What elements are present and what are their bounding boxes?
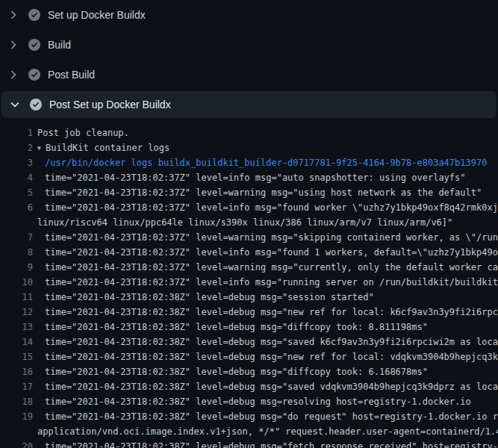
log-group-header[interactable]: ▼BuildKit container logs [37, 140, 498, 155]
log-line: 3 /usr/bin/docker logs buildx_buildkit_b… [0, 155, 498, 170]
log-line: 10 time="2021-04-23T18:02:37Z" level=inf… [0, 275, 498, 290]
log-line: 5 time="2021-04-23T18:02:37Z" level=warn… [0, 185, 498, 200]
line-number[interactable]: 8 [0, 245, 33, 260]
line-number[interactable]: 1 [0, 125, 33, 140]
check-circle-icon [28, 39, 40, 51]
log-text: time="2021-04-23T18:02:38Z" level=debug … [45, 320, 498, 335]
log-line: 2 ▼BuildKit container logs [0, 140, 498, 155]
collapse-triangle-icon: ▼ [37, 141, 46, 155]
log-text: time="2021-04-23T18:02:38Z" level=debug … [45, 394, 498, 409]
log-line: 19 time="2021-04-23T18:02:38Z" level=deb… [0, 409, 498, 424]
line-number[interactable]: 3 [0, 155, 33, 170]
line-number[interactable]: 20 [0, 439, 33, 448]
line-number[interactable]: 4 [0, 170, 33, 185]
log-text: time="2021-04-23T18:02:38Z" level=debug … [45, 349, 498, 364]
line-number[interactable]: 17 [0, 379, 33, 394]
line-number[interactable]: 6 [0, 200, 33, 215]
log-line-wrap: linux/riscv64 linux/ppc64le linux/s390x … [0, 215, 498, 230]
log-text: time="2021-04-23T18:02:37Z" level=info m… [45, 275, 498, 290]
log-line: 13 time="2021-04-23T18:02:38Z" level=deb… [0, 320, 498, 335]
log-text: time="2021-04-23T18:02:38Z" level=debug … [45, 305, 498, 320]
line-number[interactable]: 12 [0, 305, 33, 320]
step-label: Post Build [48, 69, 95, 81]
line-number[interactable]: 2 [0, 140, 33, 155]
line-number[interactable]: 14 [0, 335, 33, 349]
log-line: 11 time="2021-04-23T18:02:38Z" level=deb… [0, 290, 498, 305]
log-text: time="2021-04-23T18:02:38Z" level=debug … [45, 364, 498, 379]
line-number[interactable]: 9 [0, 260, 33, 275]
log-text: time="2021-04-23T18:02:37Z" level=info m… [45, 245, 498, 260]
log-text: linux/riscv64 linux/ppc64le linux/s390x … [37, 215, 498, 230]
log-line: 17 time="2021-04-23T18:02:38Z" level=deb… [0, 379, 498, 394]
check-circle-icon [28, 9, 40, 21]
log-line: 12 time="2021-04-23T18:02:38Z" level=deb… [0, 305, 498, 320]
line-number[interactable]: 18 [0, 394, 33, 409]
log-line: 14 time="2021-04-23T18:02:38Z" level=deb… [0, 335, 498, 349]
step-row-setup-docker-buildx[interactable]: Set up Docker Buildx [0, 0, 498, 30]
log-text: application/vnd.oci.image.index.v1+json,… [37, 424, 498, 439]
log-line: 7 time="2021-04-23T18:02:37Z" level=warn… [0, 230, 498, 245]
check-circle-icon [28, 69, 40, 81]
log-line: 8 time="2021-04-23T18:02:37Z" level=info… [0, 245, 498, 260]
step-row-post-setup-docker-buildx[interactable]: Post Set up Docker Buildx [1, 91, 497, 118]
line-number[interactable]: 13 [0, 320, 33, 335]
line-number[interactable]: 16 [0, 364, 33, 379]
log-text: time="2021-04-23T18:02:38Z" level=debug … [45, 290, 498, 305]
chevron-right-icon [7, 69, 19, 81]
line-number[interactable]: 5 [0, 185, 33, 200]
step-label: Build [48, 39, 71, 51]
log-line: 9 time="2021-04-23T18:02:37Z" level=warn… [0, 260, 498, 275]
log-line: 1 Post job cleanup. [0, 125, 498, 140]
log-line: 15 time="2021-04-23T18:02:38Z" level=deb… [0, 349, 498, 364]
line-number[interactable]: 7 [0, 230, 33, 245]
chevron-right-icon [7, 9, 19, 21]
line-number [0, 215, 33, 230]
log-text: time="2021-04-23T18:02:38Z" level=debug … [45, 439, 498, 448]
line-number[interactable]: 10 [0, 275, 33, 290]
log-text: time="2021-04-23T18:02:37Z" level=warnin… [45, 185, 498, 200]
line-number[interactable]: 15 [0, 349, 33, 364]
log-text: time="2021-04-23T18:02:37Z" level=info m… [45, 170, 498, 185]
log-line: 6 time="2021-04-23T18:02:37Z" level=info… [0, 200, 498, 215]
log-text: time="2021-04-23T18:02:37Z" level=info m… [45, 200, 498, 215]
log-line: 20 time="2021-04-23T18:02:38Z" level=deb… [0, 439, 498, 448]
log-line: 18 time="2021-04-23T18:02:38Z" level=deb… [0, 394, 498, 409]
check-circle-icon [30, 99, 42, 111]
chevron-down-icon [9, 99, 21, 111]
line-number[interactable]: 19 [0, 409, 33, 424]
line-number [0, 424, 33, 439]
step-label: Post Set up Docker Buildx [49, 99, 171, 111]
step-row-build[interactable]: Build [0, 30, 498, 60]
log-text: time="2021-04-23T18:02:38Z" level=debug … [45, 379, 498, 394]
log-text: Post job cleanup. [37, 125, 498, 140]
log-text: time="2021-04-23T18:02:37Z" level=warnin… [45, 260, 498, 275]
steps-panel: Set up Docker Buildx Build Post Build Po… [0, 0, 498, 118]
group-title: BuildKit container logs [46, 143, 169, 153]
log-line: 16 time="2021-04-23T18:02:38Z" level=deb… [0, 364, 498, 379]
step-label: Set up Docker Buildx [48, 9, 146, 21]
log-line: 4 time="2021-04-23T18:02:37Z" level=info… [0, 170, 498, 185]
log-text: time="2021-04-23T18:02:38Z" level=debug … [45, 409, 498, 424]
log-panel: 1 Post job cleanup. 2 ▼BuildKit containe… [0, 119, 498, 448]
log-text: time="2021-04-23T18:02:38Z" level=debug … [45, 335, 498, 349]
step-row-post-build[interactable]: Post Build [0, 60, 498, 90]
line-number[interactable]: 11 [0, 290, 33, 305]
command-text: /usr/bin/docker logs buildx_buildkit_bui… [45, 155, 498, 170]
log-line-wrap: application/vnd.oci.image.index.v1+json,… [0, 424, 498, 439]
chevron-right-icon [7, 39, 19, 51]
log-text: time="2021-04-23T18:02:37Z" level=warnin… [45, 230, 498, 245]
